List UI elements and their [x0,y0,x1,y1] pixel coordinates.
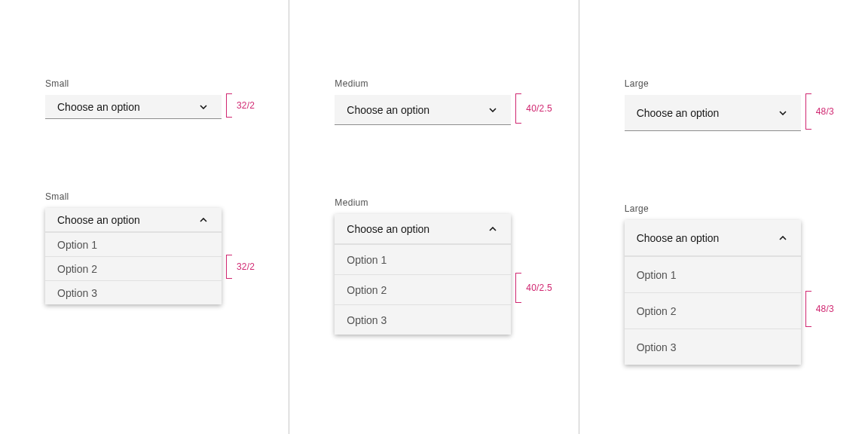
dropdown-placeholder: Choose an option [57,101,140,113]
spec-small-open: 32/2 [226,255,255,279]
chevron-up-icon [777,232,789,244]
spec-label: 32/2 [237,101,255,110]
dropdown-option[interactable]: Option 1 [335,244,511,274]
chevron-down-icon [197,101,209,113]
variant-medium-open: Medium Choose an option Option 1 Option … [335,197,533,335]
dropdown-medium-open: Choose an option Option 1 Option 2 Optio… [335,214,511,335]
variant-small-closed: Small Choose an option 32/2 [45,78,243,119]
dropdown-large-open: Choose an option Option 1 Option 2 Optio… [625,220,801,365]
spec-medium-closed: 40/2.5 [515,93,552,124]
dropdown-placeholder: Choose an option [637,107,720,119]
dropdown-option[interactable]: Option 3 [45,280,222,304]
field-label-medium: Medium [335,78,533,89]
dropdown-medium-closed[interactable]: Choose an option [335,95,511,125]
dropdown-small-closed[interactable]: Choose an option [45,95,222,119]
variant-medium-closed: Medium Choose an option 40/2.5 [335,78,533,125]
dropdown-placeholder: Choose an option [637,232,720,244]
dropdown-option[interactable]: Option 2 [625,292,801,329]
spec-small-closed: 32/2 [226,93,255,118]
spec-large-open: 48/3 [805,291,834,327]
spec-label: 32/2 [237,262,255,271]
dropdown-large-open-header[interactable]: Choose an option [625,220,801,256]
dropdown-large-closed[interactable]: Choose an option [625,95,801,131]
field-label-medium: Medium [335,197,533,208]
dropdown-medium-open-header[interactable]: Choose an option [335,214,511,244]
column-medium: Medium Choose an option 40/2.5 Medium Ch… [289,0,579,434]
dropdown-placeholder: Choose an option [347,104,429,116]
chevron-up-icon [197,214,209,226]
field-label-large: Large [625,78,823,89]
spec-medium-open: 40/2.5 [515,273,552,303]
field-label-large: Large [625,203,823,214]
dropdown-option[interactable]: Option 3 [335,304,511,335]
dropdown-option[interactable]: Option 3 [625,329,801,365]
spec-large-closed: 48/3 [805,93,834,130]
variant-small-open: Small Choose an option Option 1 Option 2… [45,191,243,304]
chevron-down-icon [487,104,499,116]
dropdown-option[interactable]: Option 2 [335,274,511,304]
chevron-up-icon [487,223,499,235]
dropdown-small-open-header[interactable]: Choose an option [45,208,222,232]
dropdown-placeholder: Choose an option [57,214,140,226]
variant-large-closed: Large Choose an option 48/3 [625,78,823,131]
spec-label: 48/3 [816,107,834,116]
spec-label: 40/2.5 [526,104,552,113]
dropdown-option[interactable]: Option 1 [45,232,222,256]
chevron-down-icon [777,107,789,119]
column-small: Small Choose an option 32/2 Small Choose… [0,0,289,434]
spec-label: 40/2.5 [526,283,552,292]
spec-canvas: Small Choose an option 32/2 Small Choose… [0,0,868,434]
dropdown-option[interactable]: Option 1 [625,256,801,292]
field-label-small: Small [45,191,243,202]
field-label-small: Small [45,78,243,89]
variant-large-open: Large Choose an option Option 1 Option 2… [625,203,823,365]
dropdown-option[interactable]: Option 2 [45,256,222,280]
column-large: Large Choose an option 48/3 Large Choose… [579,0,868,434]
spec-label: 48/3 [816,304,834,313]
dropdown-small-open: Choose an option Option 1 Option 2 Optio… [45,208,222,304]
dropdown-placeholder: Choose an option [347,223,429,235]
